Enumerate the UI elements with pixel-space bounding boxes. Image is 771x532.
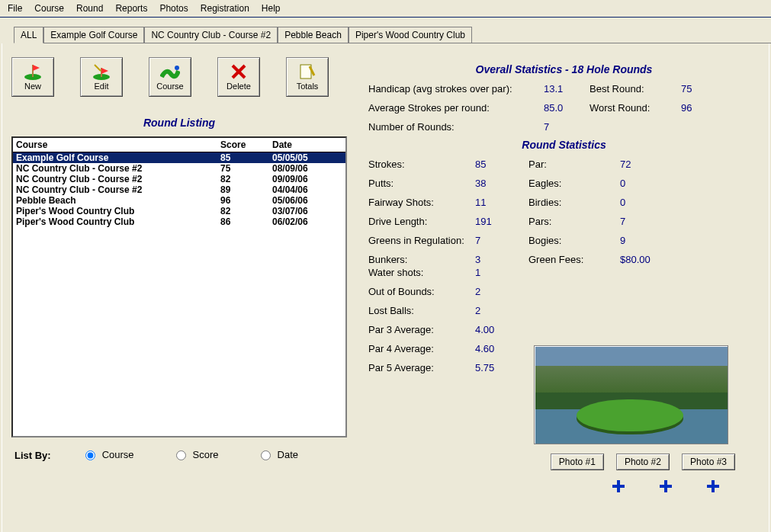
table-row[interactable]: Piper's Wood Country Club8203/07/06 — [13, 206, 345, 216]
cell-date: 03/07/06 — [272, 206, 342, 216]
flag-icon — [23, 63, 43, 80]
listby-radio-date[interactable] — [261, 450, 271, 460]
water-label: Water shots: — [368, 267, 475, 278]
menu-bar: FileCourseRoundReportsPhotosRegistration… — [0, 0, 771, 18]
best-round-label: Best Round: — [589, 83, 681, 95]
table-row[interactable]: Example Golf Course8505/05/05 — [13, 152, 345, 163]
tab-all[interactable]: ALL — [14, 27, 43, 43]
tab-pebble-beach[interactable]: Pebble Beach — [278, 27, 349, 43]
tab-piper-s-wood-country-club[interactable]: Piper's Wood Country Club — [349, 27, 472, 43]
course-icon — [160, 63, 180, 80]
cell-score: 82 — [220, 206, 272, 216]
svg-point-7 — [175, 66, 179, 70]
cell-date: 05/05/05 — [272, 152, 342, 163]
par3-label: Par 3 Average: — [368, 324, 475, 335]
fairway-label: Fairway Shots: — [368, 197, 475, 208]
new-button[interactable]: New — [11, 57, 54, 97]
menu-file[interactable]: File — [2, 2, 28, 15]
cell-score: 82 — [220, 174, 272, 184]
list-by-group: List By: CourseScoreDate — [11, 448, 347, 463]
listby-radio-score[interactable] — [176, 450, 186, 460]
par-label: Par: — [528, 159, 620, 170]
par4-label: Par 4 Average: — [368, 343, 475, 354]
photo-area: Photo #1 Photo #2 Photo #3 — [534, 345, 735, 495]
table-row[interactable]: Piper's Wood Country Club8606/02/06 — [13, 216, 345, 227]
putts-value: 38 — [475, 178, 528, 189]
header-score: Score — [220, 139, 272, 150]
eagles-value: 0 — [620, 178, 689, 189]
photo2-button[interactable]: Photo #2 — [616, 453, 670, 470]
round-listing-title: Round Listing — [11, 117, 347, 129]
edit-button[interactable]: Edit — [80, 57, 123, 97]
delete-icon — [229, 63, 249, 80]
numrounds-label: Number of Rounds: — [368, 121, 544, 133]
cell-date: 08/09/06 — [272, 163, 342, 174]
drive-label: Drive Length: — [368, 216, 475, 227]
add-photo3-button[interactable] — [705, 478, 721, 495]
menu-registration[interactable]: Registration — [194, 2, 255, 15]
par-value: 72 — [620, 159, 689, 170]
cell-date: 06/02/06 — [272, 216, 342, 227]
left-column: New Edit Course — [11, 57, 347, 522]
course-label: Course — [156, 82, 183, 91]
par5-label: Par 5 Average: — [368, 362, 475, 373]
totals-icon — [297, 63, 317, 80]
photo3-button[interactable]: Photo #3 — [682, 453, 735, 470]
menu-help[interactable]: Help — [255, 2, 287, 15]
bogies-value: 9 — [620, 235, 689, 246]
listby-label-course: Course — [102, 449, 134, 460]
cell-date: 04/04/06 — [272, 184, 342, 195]
avgstrokes-label: Average Strokes per round: — [368, 102, 544, 114]
oob-label: Out of Bounds: — [368, 286, 475, 297]
add-photo2-button[interactable] — [657, 478, 674, 495]
totals-button[interactable]: Totals — [286, 57, 329, 97]
menu-round[interactable]: Round — [70, 2, 109, 15]
round-list[interactable]: Course Score Date Example Golf Course850… — [11, 136, 347, 437]
par4-value: 4.60 — [475, 343, 536, 354]
handicap-label: Handicap (avg strokes over par): — [368, 83, 544, 95]
toolbar: New Edit Course — [11, 57, 347, 97]
strokes-label: Strokes: — [368, 159, 475, 170]
listby-date[interactable]: Date — [257, 448, 298, 460]
fairway-value: 11 — [475, 197, 528, 208]
course-photo — [534, 345, 728, 444]
add-photo1-button[interactable] — [610, 478, 627, 495]
listby-course[interactable]: Course — [82, 448, 134, 460]
cell-course: Piper's Wood Country Club — [16, 216, 220, 227]
totals-label: Totals — [297, 82, 319, 91]
handicap-value: 13.1 — [544, 83, 589, 95]
birdies-label: Birdies: — [528, 197, 620, 208]
tab-example-golf-course[interactable]: Example Golf Course — [43, 27, 144, 43]
delete-button[interactable]: Delete — [217, 57, 260, 97]
cell-score: 89 — [220, 184, 272, 195]
right-column: Overall Statistics - 18 Hole Rounds Hand… — [362, 57, 760, 522]
listby-label-date: Date — [278, 449, 298, 460]
course-tabs: ALLExample Golf CourseNC Country Club - … — [14, 27, 771, 43]
table-row[interactable]: NC Country Club - Course #27508/09/06 — [13, 163, 345, 174]
menu-reports[interactable]: Reports — [109, 2, 153, 15]
table-row[interactable]: NC Country Club - Course #28209/09/06 — [13, 174, 345, 184]
photo1-button[interactable]: Photo #1 — [551, 453, 604, 470]
greens-value: 7 — [475, 235, 528, 246]
edit-icon — [92, 63, 111, 80]
tab-nc-country-club-course-2[interactable]: NC Country Club - Course #2 — [144, 27, 278, 43]
listby-label-score: Score — [193, 449, 219, 460]
svg-rect-15 — [660, 485, 672, 488]
cell-course: Example Golf Course — [16, 152, 220, 163]
eagles-label: Eagles: — [528, 178, 620, 189]
course-button[interactable]: Course — [149, 57, 191, 97]
round-stats: Strokes: 85 Par: 72 Putts: 38 Eagles: 0 … — [368, 159, 760, 265]
table-row[interactable]: Pebble Beach9605/06/06 — [13, 195, 345, 206]
tab-panel: New Edit Course — [2, 43, 769, 532]
greenfees-label: Green Fees: — [528, 254, 620, 265]
menu-photos[interactable]: Photos — [153, 2, 194, 15]
lost-label: Lost Balls: — [368, 305, 475, 316]
greenfees-value: $80.00 — [620, 254, 689, 265]
putts-label: Putts: — [368, 178, 475, 189]
table-row[interactable]: NC Country Club - Course #28904/04/06 — [13, 184, 345, 195]
listby-score[interactable]: Score — [172, 448, 219, 460]
menu-course[interactable]: Course — [28, 2, 70, 15]
list-header: Course Score Date — [13, 138, 345, 152]
svg-rect-13 — [612, 485, 625, 488]
listby-radio-course[interactable] — [85, 450, 95, 460]
